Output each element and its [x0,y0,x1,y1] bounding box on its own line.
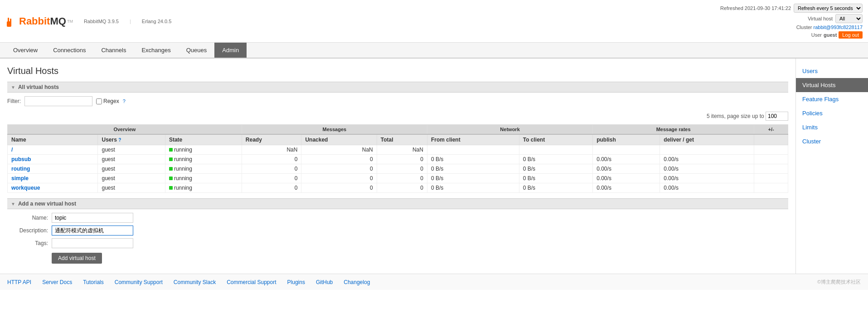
row-name[interactable]: routing [8,164,98,174]
row-deliver-get [660,145,754,155]
content: Virtual Hosts ▼ All virtual hosts Filter… [0,59,795,274]
row-state: running [165,174,242,183]
row-extra [754,183,788,193]
rabbitmq-version: RabbitMQ 3.9.5 [84,19,119,24]
page-size-row: 5 items, page size up to [7,112,788,121]
row-deliver-get: 0.00/s [660,183,754,193]
row-state: running [165,145,242,155]
group-network: Network [427,125,592,135]
sidebar-feature-flags[interactable]: Feature Flags [796,92,868,106]
col-total: Total [377,134,427,145]
row-name[interactable]: pubsub [8,155,98,164]
user-row: User guest Log out [720,31,863,39]
user-label: User [811,32,822,38]
vh-label: Virtual host [808,16,833,21]
name-input[interactable] [52,213,133,223]
row-users: guest [98,164,165,174]
nav-connections[interactable]: Connections [45,43,93,58]
row-deliver-get: 0.00/s [660,155,754,164]
header: RabbitMQ TM RabbitMQ 3.9.5 | Erlang 24.0… [0,0,868,43]
regex-checkbox-label[interactable]: Regex [96,98,119,104]
footer-commercial-support[interactable]: Commercial Support [227,279,276,285]
state-running: running [169,175,192,182]
refresh-select[interactable]: Refresh every 5 seconds [794,4,863,13]
col-ready: Ready [242,134,301,145]
col-unacked: Unacked [301,134,377,145]
col-deliver-get: deliver / get [660,134,754,145]
row-from-client: 0 B/s [427,183,519,193]
sidebar-users[interactable]: Users [796,64,868,78]
nav-exchanges[interactable]: Exchanges [134,43,178,58]
user-value: guest [824,32,837,38]
description-row: Description: [7,226,788,236]
table-row: pubsub guest running 0 0 0 0 B/s 0 B/s 0… [8,155,788,164]
state-running: running [169,147,192,153]
cluster-row: Cluster rabbit@993fc8228117 [720,25,863,30]
vhosts-table: Overview Messages Network Message rates … [7,124,788,193]
add-section-header[interactable]: ▼ Add a new virtual host [7,198,788,209]
nav-overview[interactable]: Overview [5,43,45,58]
sidebar-virtual-hosts[interactable]: Virtual Hosts [796,78,868,92]
logout-button[interactable]: Log out [839,31,863,39]
tags-input[interactable] [52,238,133,248]
row-users: guest [98,174,165,183]
footer-changelog[interactable]: Changelog [344,279,370,285]
running-dot [169,148,173,152]
row-name[interactable]: / [8,145,98,155]
row-to-client: 0 B/s [519,164,592,174]
cluster-link[interactable]: rabbit@993fc8228117 [814,25,863,30]
virtual-host-select[interactable]: All [835,14,863,23]
svg-rect-3 [9,21,11,22]
tags-row: Tags: [7,238,788,248]
row-state: running [165,183,242,193]
row-name[interactable]: workqueue [8,183,98,193]
footer-plugins[interactable]: Plugins [287,279,305,285]
nav: Overview Connections Channels Exchanges … [0,43,868,59]
footer-http-api[interactable]: HTTP API [7,279,31,285]
regex-help-link[interactable]: ? [123,98,126,104]
add-section-label: Add a new virtual host [18,201,76,207]
nav-channels[interactable]: Channels [93,43,134,58]
regex-label: Regex [103,98,119,104]
footer-community-slack[interactable]: Community Slack [174,279,216,285]
sidebar-policies[interactable]: Policies [796,106,868,120]
filter-label: Filter: [7,98,21,104]
running-dot [169,186,173,190]
group-messages: Messages [242,125,427,135]
group-message-rates: Message rates [593,125,754,135]
row-publish [593,145,660,155]
state-running: running [169,166,192,172]
vh-row: Virtual host All [720,14,863,23]
page-size-text: 5 items, page size up to [707,113,764,119]
regex-checkbox[interactable] [96,98,102,104]
row-to-client: 0 B/s [519,183,592,193]
header-right: Refreshed 2021-09-30 17:41:22 Refresh ev… [720,4,863,39]
row-ready: 0 [242,174,301,183]
page-size-input[interactable] [766,112,788,121]
footer-server-docs[interactable]: Server Docs [42,279,72,285]
footer-github[interactable]: GitHub [316,279,333,285]
section-arrow: ▼ [11,85,15,90]
row-deliver-get: 0.00/s [660,164,754,174]
all-vhosts-section[interactable]: ▼ All virtual hosts [7,82,788,93]
row-unacked: 0 [301,174,377,183]
row-unacked: NaN [301,145,377,155]
footer-community-support[interactable]: Community Support [115,279,163,285]
sidebar-cluster[interactable]: Cluster [796,134,868,148]
row-users: guest [98,183,165,193]
add-section-arrow: ▼ [11,201,15,206]
nav-queues[interactable]: Queues [179,43,215,58]
row-publish: 0.00/s [593,155,660,164]
plus-minus-cell[interactable]: +/- [754,125,788,135]
description-input[interactable] [52,226,133,236]
row-total: 0 [377,155,427,164]
sidebar-limits[interactable]: Limits [796,120,868,134]
table-row: workqueue guest running 0 0 0 0 B/s 0 B/… [8,183,788,193]
row-name[interactable]: simple [8,174,98,183]
nav-admin[interactable]: Admin [214,43,247,58]
footer-tutorials[interactable]: Tutorials [83,279,104,285]
submit-row: Add virtual host [7,251,788,264]
logo-tm: TM [67,19,73,24]
add-vhost-button[interactable]: Add virtual host [52,253,102,264]
filter-input[interactable] [24,96,92,106]
